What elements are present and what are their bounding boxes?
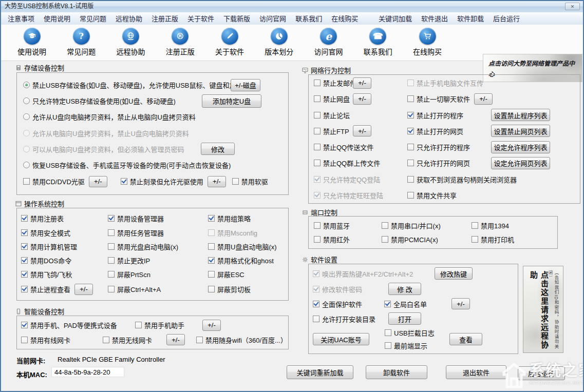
ck-block-ftp[interactable]: [314, 128, 321, 134]
menu-remote-assist[interactable]: 远程协助: [111, 13, 147, 25]
tool-website[interactable]: e访问官网: [305, 28, 352, 56]
ck-block-qq-group-upload[interactable]: [314, 160, 321, 166]
btn-pm-nic[interactable]: +/-: [166, 334, 185, 345]
btn-set-blocked-programs[interactable]: 设置禁止程序列表: [491, 109, 550, 121]
ck-change-ip[interactable]: [108, 257, 115, 264]
menu-website[interactable]: 访问官网: [255, 13, 291, 25]
ck-process-view[interactable]: [21, 286, 28, 292]
menu-about[interactable]: 关于软件: [183, 13, 219, 25]
ck-serial-parallel[interactable]: [382, 222, 388, 229]
btn-set-allowed-webpages[interactable]: 设定允许网页列表: [491, 157, 550, 169]
menu-exit-software[interactable]: 软件退出: [417, 13, 453, 25]
ck-disable-cddvd[interactable]: [23, 178, 30, 185]
radio-allow-usb-to-pc[interactable]: [23, 113, 30, 120]
btn-close-uac[interactable]: 关闭UAC账号: [313, 333, 369, 345]
btn-pm-burn[interactable]: +/-: [208, 176, 226, 187]
btn-pm-email[interactable]: +/-: [353, 77, 371, 89]
btn-add-specific-usb[interactable]: 添加特定U盘: [202, 94, 261, 108]
ck-only-specific-wangwang[interactable]: [314, 192, 321, 199]
ck-disable-phone-pad[interactable]: [21, 322, 28, 328]
btn-open-install-dir[interactable]: 打开: [388, 312, 421, 325]
ck-task-manager[interactable]: [108, 229, 115, 236]
ck-block-forum[interactable]: [314, 112, 321, 119]
menu-faq[interactable]: 常见问题: [75, 13, 111, 25]
radio-allow-specific-usb[interactable]: [23, 97, 30, 104]
menu-contact[interactable]: 联系我们: [291, 13, 327, 25]
ck-registry[interactable]: [21, 215, 28, 222]
mac-input[interactable]: [51, 367, 124, 377]
btn-set-blocked-webpages[interactable]: 设置禁止网页列表: [491, 125, 550, 137]
ck-cd-boot[interactable]: [108, 243, 115, 250]
ck-safe-mode[interactable]: [21, 229, 28, 236]
btn-pm-chat[interactable]: +/-: [474, 93, 493, 105]
ck-format-ghost[interactable]: [208, 257, 215, 264]
ck-dos-command[interactable]: [21, 257, 28, 264]
ck-block-open-webpages[interactable]: [407, 128, 414, 134]
btn-pm-whitelist[interactable]: +/-: [451, 298, 470, 309]
close-button[interactable]: ✕: [565, 3, 580, 10]
tool-version[interactable]: 版本划分: [255, 28, 303, 56]
menu-uninstall-software[interactable]: 软件卸载: [453, 13, 488, 25]
ck-pcmcia[interactable]: [382, 236, 388, 243]
tool-faq[interactable]: ?常见问题: [58, 28, 105, 56]
remote-assist-banner[interactable]: 点击这里请求远程协助 （告知我们ID和密码，协助时请勿关闭）: [523, 266, 563, 353]
menu-run-background[interactable]: 后台运行: [488, 13, 524, 25]
btn-pm-ftp[interactable]: +/-: [353, 125, 371, 136]
ck-prtscn[interactable]: [108, 271, 115, 278]
ck-allow-only-webpages[interactable]: [407, 160, 414, 166]
ck-feige-feiqiu[interactable]: [21, 271, 28, 278]
ck-block-qq-file[interactable]: [314, 144, 321, 150]
ck-bluetooth[interactable]: [314, 222, 321, 229]
menu-download-new[interactable]: 下载新版: [219, 13, 255, 25]
btn-pm-process[interactable]: +/-: [74, 284, 93, 295]
ck-usb-log[interactable]: [385, 329, 391, 336]
ck-clipboard[interactable]: [208, 286, 215, 292]
radio-restore-usb[interactable]: [23, 162, 30, 168]
menu-register[interactable]: 注册正版: [147, 13, 183, 25]
ck-block-burning[interactable]: [121, 178, 127, 185]
ck-infrared[interactable]: [314, 236, 321, 243]
btn-reload-keywords[interactable]: 关键词重新加载: [287, 365, 353, 379]
btn-view-usb-log[interactable]: 查看: [449, 333, 482, 345]
btn-pm-cddvd[interactable]: +/-: [89, 176, 107, 187]
ck-esc[interactable]: [208, 271, 215, 278]
ck-only-specific-qq[interactable]: [314, 176, 321, 183]
ck-disable-floppy[interactable]: [232, 178, 239, 185]
ck-disable-phone-assistant[interactable]: [135, 322, 142, 328]
btn-modify-hotkey[interactable]: 修改热键: [435, 267, 473, 280]
ck-disable-wired-nic[interactable]: [21, 337, 28, 343]
ck-disable-wireless-nic[interactable]: [103, 337, 109, 343]
tool-manual[interactable]: 使用说明: [8, 28, 55, 56]
ck-modify-sw-password[interactable]: [313, 286, 319, 292]
radio-block-usb-storage[interactable]: [23, 82, 30, 88]
btn-plusminus-disk[interactable]: +/-磁盘: [231, 79, 260, 91]
ck-allow-only-programs[interactable]: [407, 144, 414, 150]
menu-load-keywords[interactable]: 关键词加载: [374, 13, 417, 25]
ck-ui-hotkey[interactable]: [313, 270, 319, 277]
tool-remote-assist[interactable]: 远程协助: [107, 28, 155, 56]
ck-ctrl-alt-a[interactable]: [108, 286, 115, 292]
ck-block-all-chat[interactable]: [407, 95, 414, 102]
ck-protect-software[interactable]: [313, 301, 319, 307]
btn-pm-netdisk[interactable]: +/-: [353, 93, 371, 105]
btn-modify-copy-password[interactable]: 修改: [201, 143, 235, 155]
ck-block-phone-pc-transfer[interactable]: [407, 80, 414, 86]
ck-disable-file-share[interactable]: [407, 192, 414, 199]
ck-block-email[interactable]: [314, 80, 321, 86]
ck-global-whitelist[interactable]: [384, 301, 391, 307]
ck-block-netdisk[interactable]: [314, 95, 321, 102]
ck-printer[interactable]: [472, 236, 478, 243]
btn-set-allowed-programs[interactable]: 设定允许程序列表: [491, 141, 550, 153]
ck-block-open-programs[interactable]: [407, 112, 414, 119]
ck-computer-mgmt[interactable]: [21, 243, 28, 250]
ck-device-manager[interactable]: [108, 215, 115, 222]
menu-buy-online[interactable]: 在线购买: [327, 13, 363, 25]
btn-pm-phone[interactable]: +/-: [202, 320, 221, 331]
ck-usb-boot[interactable]: [208, 243, 215, 250]
ck-close-browser-no-handle[interactable]: [407, 176, 414, 183]
ck-allow-install-dir[interactable]: [313, 316, 319, 322]
tool-buy[interactable]: 在线购买: [404, 28, 451, 56]
tool-contact[interactable]: ☎联系我们: [354, 28, 402, 56]
btn-background-run[interactable]: 后台运行: [518, 366, 565, 380]
ck-1394[interactable]: [472, 222, 478, 229]
